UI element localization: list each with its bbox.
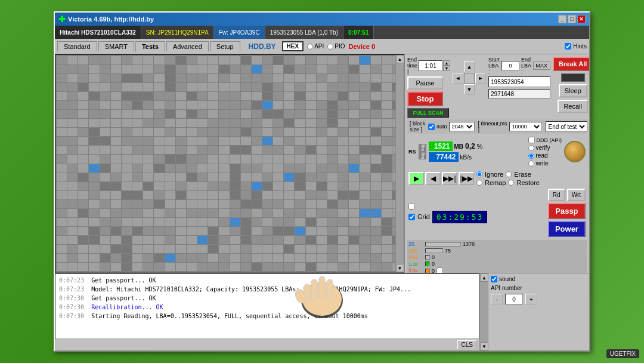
remap-label: Remap: [485, 179, 506, 186]
scan-scroll[interactable]: ▲ ▼: [395, 55, 404, 272]
t25-bar: [425, 242, 461, 247]
full-scan-button[interactable]: FULL SCAN: [407, 108, 449, 118]
log-scroll-track[interactable]: [480, 282, 488, 342]
read-radio[interactable]: [528, 153, 534, 159]
power-button[interactable]: Power: [548, 221, 586, 237]
ignore-erase-row: Ignore Erase: [476, 171, 540, 178]
log-line-4: 0:07:30 Recallibration... OK: [59, 303, 475, 312]
dir-down[interactable]: ▼: [464, 84, 475, 95]
passp-button[interactable]: Passp: [548, 203, 586, 219]
tab-advanced[interactable]: Advanced: [166, 41, 209, 51]
tab-tests[interactable]: Tests: [135, 41, 165, 52]
model-label: Hitachi HDS721010CLA332: [60, 29, 136, 36]
maximize-button[interactable]: □: [568, 15, 576, 23]
lba-segment: 1953523055 LBA (1,0 Tb): [265, 26, 343, 39]
recall-button[interactable]: Recall: [558, 100, 588, 113]
log-tog-label: log tog: [419, 144, 426, 159]
log-footer: CLS: [55, 339, 479, 350]
rd-button[interactable]: Rd: [548, 189, 565, 201]
t250-bar: [425, 255, 430, 260]
dir-right[interactable]: ►: [475, 73, 486, 84]
verify-radio[interactable]: [528, 145, 534, 151]
end-lba-input[interactable]: [488, 76, 550, 87]
tab-standard[interactable]: Standard: [57, 41, 97, 51]
ignore-radio[interactable]: [476, 171, 482, 177]
scroll-up-arrow[interactable]: ▲: [396, 55, 404, 63]
auto-label: auto: [436, 124, 447, 130]
log-area[interactable]: 0:07:23 Get passport... OK 0:07:23 Model…: [55, 273, 479, 339]
ddd-checkbox[interactable]: [528, 137, 535, 143]
battery-indicator: [561, 73, 585, 82]
restore-radio[interactable]: [508, 180, 514, 186]
end-test-select[interactable]: End of test: [546, 121, 587, 132]
break-all-button[interactable]: Break All: [553, 57, 589, 71]
log-line-2: 0:07:23 Model: Hitachi HDS721010CLA332; …: [59, 285, 475, 294]
minimize-button[interactable]: _: [558, 15, 566, 23]
api-decrement[interactable]: -: [491, 294, 503, 304]
end-lba-label: End LBA :: [521, 57, 531, 75]
play-button[interactable]: ▶: [408, 172, 424, 185]
sn-value: JP2911HQ29N1PA: [157, 29, 208, 36]
sound-label: sound: [499, 276, 515, 282]
elapsed-time: 0:07:51: [348, 29, 369, 36]
start-lba-zero[interactable]: [501, 61, 519, 70]
api-radio[interactable]: [307, 44, 313, 50]
read-mode-group: verify read write: [528, 144, 562, 167]
api-number-input[interactable]: [505, 294, 523, 304]
log-panel: 0:07:23 Get passport... OK 0:07:23 Model…: [55, 273, 479, 350]
percent-label: %: [477, 143, 483, 150]
log-scroll-up[interactable]: ▲: [480, 273, 488, 282]
pio-radio[interactable]: [327, 44, 333, 50]
sleep-button[interactable]: Sleep: [559, 84, 587, 97]
timeout-select[interactable]: 10000: [509, 122, 542, 131]
grid-checkbox[interactable]: [408, 214, 415, 220]
remap-radio[interactable]: [476, 180, 482, 186]
percent-value: 0,2: [465, 142, 475, 150]
t3s-checkbox[interactable]: [436, 267, 443, 273]
stop-button[interactable]: Stop: [407, 91, 443, 106]
log-scroll[interactable]: ▲ ▼: [479, 273, 488, 350]
ddd-label: DDD (API): [537, 137, 562, 143]
close-button[interactable]: ✕: [577, 15, 586, 23]
sound-checkbox[interactable]: [491, 276, 497, 282]
hex-button[interactable]: HEX: [282, 41, 304, 51]
elapsed-time-display: 03:29:53: [432, 211, 488, 223]
t25-label: 25: [408, 241, 423, 247]
tab-smart[interactable]: SMART: [98, 41, 134, 51]
time-spin-down[interactable]: ▼: [443, 66, 450, 71]
t1s-label: 1,0s: [408, 262, 423, 267]
max-button[interactable]: MAX: [533, 61, 551, 70]
t25-value: 1378: [463, 241, 475, 247]
log-scroll-down[interactable]: ▼: [480, 342, 488, 350]
wrt-button[interactable]: Wrt: [567, 189, 586, 201]
prev-button[interactable]: ◀: [425, 172, 441, 185]
erase-radio[interactable]: [506, 171, 512, 177]
api-increment[interactable]: +: [525, 294, 537, 304]
dir-left[interactable]: ◄: [453, 73, 463, 84]
direction-pad: ▲ ◄ ► ▼: [453, 61, 486, 95]
skip-forward-button[interactable]: ▶▶|: [442, 172, 457, 185]
tab-setup[interactable]: Setup: [210, 41, 240, 51]
auto-checkbox[interactable]: [428, 124, 435, 130]
pause-button[interactable]: Pause: [407, 76, 443, 90]
col1-checkbox[interactable]: [408, 203, 415, 210]
t100-label: 100: [408, 248, 423, 254]
api-number-row: API number: [491, 285, 587, 291]
hints-checkbox[interactable]: [565, 43, 571, 50]
rd-wrt-buttons: Rd Wrt: [548, 189, 586, 201]
pio-label: PIO: [335, 43, 345, 50]
time-spin-up[interactable]: ▲: [443, 60, 450, 66]
main-window: ✚ Victoria 4.69b, http://hdd.by _ □ ✕ Hi…: [54, 11, 590, 352]
t1s-value: 0: [432, 261, 435, 267]
dir-up[interactable]: ▲: [464, 61, 475, 72]
right-panel: End time | ▲ ▼ Pause Stop FULL SCA: [404, 54, 589, 273]
t100-bar: [425, 248, 443, 253]
write-radio[interactable]: [528, 161, 534, 167]
end-time-input[interactable]: [419, 60, 442, 71]
scroll-track[interactable]: [396, 63, 404, 264]
scroll-down-arrow[interactable]: ▼: [396, 264, 404, 272]
cls-button[interactable]: CLS: [457, 340, 477, 349]
block-size-select[interactable]: 2048: [449, 122, 475, 131]
skip-end-button[interactable]: |▶▶: [459, 172, 474, 185]
scan-grid: [55, 55, 404, 272]
